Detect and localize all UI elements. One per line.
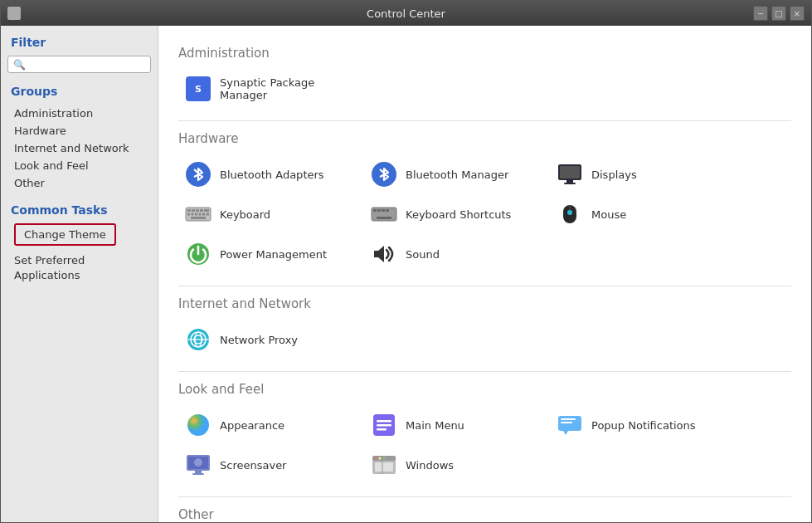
svg-rect-7: [187, 209, 191, 212]
administration-items: S Synaptic Package Manager: [178, 71, 791, 107]
section-title-other: Other: [178, 507, 791, 522]
bluetooth-manager-icon: [371, 161, 397, 188]
groups-heading: Groups: [11, 85, 151, 98]
item-mouse[interactable]: Mouse: [550, 196, 732, 232]
item-windows[interactable]: Windows: [364, 447, 547, 483]
item-power-management[interactable]: Power Management: [178, 236, 361, 272]
sidebar-item-administration[interactable]: Administration: [7, 105, 151, 122]
bluetooth-adapters-icon: [185, 161, 212, 188]
svg-rect-23: [386, 209, 389, 212]
svg-rect-10: [200, 209, 203, 212]
minimize-button[interactable]: −: [753, 6, 768, 21]
bluetooth-manager-label: Bluetooth Manager: [406, 169, 508, 181]
svg-rect-37: [377, 420, 391, 423]
network-proxy-label: Network Proxy: [220, 334, 298, 346]
sidebar-item-internet-and-network[interactable]: Internet and Network: [7, 139, 151, 157]
item-main-menu[interactable]: Main Menu: [364, 407, 547, 443]
hardware-items: Bluetooth Adapters Bluetooth Manager: [178, 156, 791, 272]
sound-label: Sound: [406, 248, 440, 261]
item-bluetooth-manager[interactable]: Bluetooth Manager: [364, 156, 547, 193]
section-title-hardware: Hardware: [178, 131, 791, 146]
windows-icon: [371, 452, 397, 478]
keyboard-shortcuts-icon: [371, 201, 397, 227]
section-title-look-and-feel: Look and Feel: [178, 382, 791, 397]
svg-marker-29: [374, 246, 384, 262]
svg-marker-41: [563, 431, 568, 435]
svg-rect-4: [566, 180, 573, 183]
svg-rect-16: [202, 213, 205, 216]
internet-items: Network Proxy: [178, 321, 791, 358]
divider-3: [178, 371, 791, 372]
svg-rect-39: [377, 428, 387, 431]
svg-rect-54: [375, 462, 393, 472]
set-preferred-applications-link[interactable]: Set PreferredApplications: [7, 251, 151, 286]
svg-rect-5: [564, 183, 576, 184]
item-screensaver[interactable]: Screensaver: [178, 447, 361, 483]
look-and-feel-items: Appearance Main Menu: [178, 407, 791, 483]
svg-rect-24: [377, 217, 391, 219]
svg-rect-11: [204, 209, 209, 212]
main-window: Control Center − □ × Filter 🔍 Groups Adm…: [0, 0, 812, 523]
svg-rect-22: [382, 209, 385, 212]
svg-rect-14: [195, 213, 197, 216]
popup-notifications-label: Popup Notifications: [591, 419, 696, 432]
sidebar-item-look-and-feel[interactable]: Look and Feel: [7, 157, 151, 174]
item-keyboard-shortcuts[interactable]: Keyboard Shortcuts: [364, 196, 547, 232]
screensaver-icon: [185, 452, 212, 478]
appearance-label: Appearance: [220, 419, 284, 432]
svg-rect-3: [560, 166, 580, 178]
item-appearance[interactable]: Appearance: [178, 407, 361, 443]
main-menu-label: Main Menu: [406, 419, 464, 432]
svg-rect-48: [192, 473, 204, 475]
item-displays[interactable]: Displays: [550, 156, 732, 193]
svg-rect-15: [199, 213, 202, 216]
synaptic-icon: S: [185, 76, 212, 102]
popup-notifications-icon: [557, 412, 583, 438]
keyboard-label: Keyboard: [220, 208, 270, 221]
section-title-internet: Internet and Network: [178, 296, 791, 311]
search-box[interactable]: 🔍: [7, 56, 151, 73]
item-synaptic[interactable]: S Synaptic Package Manager: [178, 71, 361, 107]
svg-rect-42: [561, 418, 576, 420]
svg-rect-12: [187, 213, 190, 216]
svg-rect-47: [195, 471, 202, 473]
search-input[interactable]: [29, 58, 137, 71]
divider-4: [178, 496, 791, 497]
windows-label: Windows: [406, 459, 454, 472]
appearance-icon: [185, 412, 212, 438]
synaptic-label: Synaptic Package Manager: [220, 76, 354, 101]
sidebar-item-other[interactable]: Other: [7, 174, 151, 192]
close-button[interactable]: ×: [790, 6, 805, 21]
item-sound[interactable]: Sound: [364, 236, 547, 272]
displays-icon: [557, 161, 583, 188]
maximize-button[interactable]: □: [771, 6, 786, 21]
filter-heading: Filter: [11, 36, 151, 49]
titlebar: Control Center − □ ×: [1, 1, 811, 26]
sidebar-item-hardware[interactable]: Hardware: [7, 122, 151, 139]
svg-point-51: [375, 457, 377, 460]
main-menu-icon: [371, 412, 397, 438]
item-network-proxy[interactable]: Network Proxy: [178, 321, 361, 358]
bluetooth-adapters-label: Bluetooth Adapters: [220, 169, 324, 181]
svg-rect-38: [377, 424, 391, 427]
item-keyboard[interactable]: Keyboard: [178, 196, 361, 232]
svg-point-53: [383, 457, 386, 460]
titlebar-controls: − □ ×: [753, 6, 805, 21]
svg-rect-43: [561, 422, 572, 423]
item-popup-notifications[interactable]: Popup Notifications: [550, 407, 732, 443]
svg-point-46: [194, 458, 202, 467]
change-theme-button[interactable]: Change Theme: [14, 223, 116, 246]
item-bluetooth-adapters[interactable]: Bluetooth Adapters: [178, 156, 361, 193]
app-icon: [7, 7, 21, 20]
svg-rect-13: [192, 213, 194, 216]
svg-rect-9: [196, 209, 199, 212]
svg-point-35: [187, 414, 209, 436]
divider-1: [178, 120, 791, 121]
mouse-icon: [557, 201, 583, 227]
keyboard-icon: [185, 201, 212, 227]
search-icon: 🔍: [13, 59, 26, 71]
keyboard-shortcuts-label: Keyboard Shortcuts: [406, 208, 511, 221]
network-proxy-icon: [185, 326, 212, 353]
section-title-administration: Administration: [178, 46, 791, 61]
divider-2: [178, 286, 791, 286]
